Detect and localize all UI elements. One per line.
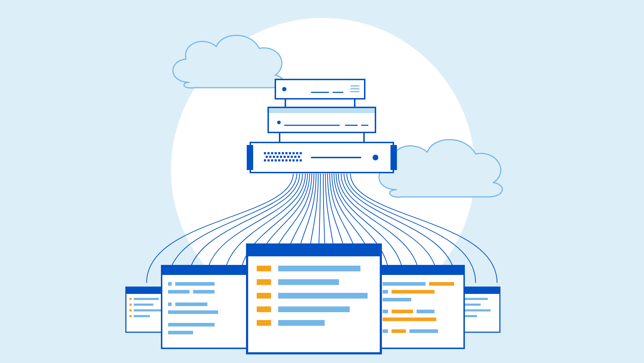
svg-rect-41 <box>264 159 266 161</box>
svg-rect-81 <box>175 302 207 306</box>
svg-point-53 <box>373 155 378 160</box>
svg-rect-104 <box>278 279 339 285</box>
svg-rect-103 <box>257 279 271 285</box>
svg-rect-98 <box>409 329 438 333</box>
svg-rect-100 <box>248 246 380 256</box>
svg-rect-109 <box>257 320 271 326</box>
svg-rect-75 <box>162 266 249 275</box>
svg-rect-96 <box>383 329 388 333</box>
svg-rect-110 <box>278 320 325 326</box>
svg-rect-106 <box>278 293 368 299</box>
svg-rect-58 <box>129 304 132 306</box>
svg-rect-73 <box>463 315 477 317</box>
svg-rect-61 <box>134 309 162 311</box>
svg-rect-63 <box>134 315 150 317</box>
svg-rect-93 <box>392 310 413 313</box>
svg-rect-59 <box>134 304 153 306</box>
svg-rect-38 <box>291 156 293 158</box>
svg-rect-56 <box>129 298 132 300</box>
svg-rect-94 <box>417 310 434 313</box>
svg-rect-22 <box>271 152 273 154</box>
svg-rect-18 <box>247 145 253 170</box>
svg-rect-30 <box>300 152 302 154</box>
svg-rect-47 <box>285 159 287 161</box>
client-window-icon <box>375 265 465 349</box>
svg-rect-99 <box>247 245 381 353</box>
svg-rect-46 <box>282 159 284 161</box>
client-window-icon <box>246 243 382 354</box>
svg-rect-21 <box>267 152 270 154</box>
svg-rect-86 <box>377 266 463 275</box>
svg-rect-95 <box>383 318 436 321</box>
svg-rect-34 <box>276 156 279 158</box>
svg-rect-80 <box>168 302 172 306</box>
svg-rect-27 <box>289 152 291 154</box>
svg-rect-85 <box>376 266 464 348</box>
svg-rect-51 <box>300 159 302 161</box>
svg-rect-88 <box>429 282 454 286</box>
svg-rect-20 <box>264 152 266 154</box>
svg-rect-28 <box>292 152 295 154</box>
svg-rect-67 <box>463 298 488 300</box>
svg-rect-48 <box>289 159 291 161</box>
svg-point-5 <box>282 87 286 91</box>
svg-rect-35 <box>280 156 282 158</box>
svg-rect-19 <box>390 145 397 170</box>
svg-rect-32 <box>269 156 271 158</box>
svg-rect-78 <box>168 290 190 294</box>
svg-rect-101 <box>257 266 271 271</box>
svg-rect-74 <box>162 266 250 348</box>
svg-rect-50 <box>296 159 298 161</box>
svg-rect-82 <box>168 310 218 314</box>
svg-rect-40 <box>298 156 300 158</box>
svg-rect-45 <box>278 159 280 161</box>
diagram-canvas <box>0 0 644 363</box>
svg-rect-12 <box>269 108 375 113</box>
client-window-icon <box>161 265 250 349</box>
svg-point-13 <box>277 121 281 124</box>
svg-rect-83 <box>168 323 215 326</box>
svg-rect-24 <box>278 152 280 154</box>
svg-rect-36 <box>284 156 286 158</box>
svg-rect-87 <box>383 282 426 286</box>
svg-rect-92 <box>383 310 388 313</box>
svg-rect-39 <box>294 156 296 158</box>
svg-rect-43 <box>271 159 273 161</box>
svg-rect-57 <box>134 298 159 300</box>
svg-rect-49 <box>292 159 295 161</box>
svg-rect-105 <box>257 293 271 299</box>
svg-rect-60 <box>129 309 132 311</box>
svg-rect-71 <box>463 309 491 311</box>
svg-rect-84 <box>168 331 193 334</box>
svg-rect-29 <box>296 152 298 154</box>
svg-rect-97 <box>392 329 406 333</box>
svg-rect-89 <box>383 290 388 294</box>
svg-rect-108 <box>278 306 350 312</box>
svg-rect-90 <box>392 290 434 294</box>
svg-rect-26 <box>285 152 287 154</box>
svg-rect-42 <box>267 159 270 161</box>
svg-rect-102 <box>278 266 360 271</box>
svg-rect-44 <box>275 159 277 161</box>
svg-rect-107 <box>257 306 271 312</box>
svg-rect-76 <box>168 282 172 286</box>
svg-rect-31 <box>266 156 268 158</box>
svg-rect-37 <box>287 156 289 158</box>
svg-rect-25 <box>282 152 284 154</box>
svg-rect-69 <box>463 304 481 306</box>
svg-rect-23 <box>275 152 277 154</box>
svg-rect-77 <box>175 282 215 286</box>
svg-rect-91 <box>383 298 411 301</box>
svg-rect-79 <box>193 290 215 294</box>
svg-rect-62 <box>129 315 132 317</box>
svg-rect-33 <box>273 156 275 158</box>
